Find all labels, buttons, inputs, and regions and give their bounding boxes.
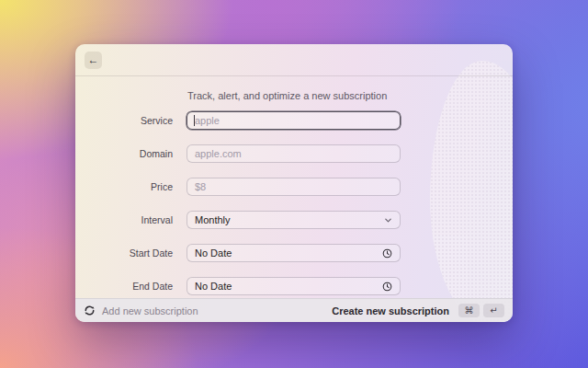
field-label: Service xyxy=(75,115,173,126)
command-title: Add new subscription xyxy=(102,305,198,316)
field-label: End Date xyxy=(75,281,173,292)
form-row-end-date: End Date No Date xyxy=(75,277,513,295)
field-label: Start Date xyxy=(75,247,173,259)
field-label: Price xyxy=(75,181,173,192)
field-label: Domain xyxy=(75,148,173,159)
start-date-picker[interactable]: No Date xyxy=(187,244,401,262)
command-key-badge: ⌘ xyxy=(458,304,480,317)
interval-dropdown[interactable]: Monthly xyxy=(187,211,401,229)
window-header: ← xyxy=(75,44,513,76)
form-row-service: Service xyxy=(75,111,513,130)
action-bar: Add new subscription Create new subscrip… xyxy=(75,298,513,322)
price-input-wrap xyxy=(187,178,401,196)
sync-circular-arrows-icon xyxy=(84,305,96,316)
form-description: Track, alert, and optimize a new subscri… xyxy=(187,90,513,102)
interval-select-wrap: Monthly xyxy=(187,211,401,229)
field-label: Interval xyxy=(75,214,173,225)
app-window: ← Track, alert, and optimize a new subsc… xyxy=(75,44,513,322)
end-date-wrap: No Date xyxy=(187,277,401,295)
form-content: Track, alert, and optimize a new subscri… xyxy=(75,76,513,295)
end-date-picker[interactable]: No Date xyxy=(187,277,401,295)
clock-icon xyxy=(382,282,392,292)
form-row-start-date: Start Date No Date xyxy=(75,244,513,262)
start-date-value: No Date xyxy=(195,247,232,259)
form-row-price: Price xyxy=(75,178,513,196)
chevron-down-icon xyxy=(384,216,392,224)
back-button[interactable]: ← xyxy=(85,52,102,69)
clock-icon xyxy=(382,248,392,259)
desktop-wallpaper: ← Track, alert, and optimize a new subsc… xyxy=(0,0,588,368)
back-arrow-icon: ← xyxy=(88,53,99,66)
domain-input-wrap xyxy=(187,144,401,163)
primary-action-button[interactable]: Create new subscription xyxy=(332,305,449,316)
action-bar-left: Add new subscription xyxy=(84,305,198,316)
enter-key-badge: ↵ xyxy=(483,304,504,317)
form-rows: Service Domain Price xyxy=(75,111,513,295)
price-input[interactable] xyxy=(187,178,401,196)
domain-input[interactable] xyxy=(187,144,401,163)
form-row-domain: Domain xyxy=(75,144,513,163)
service-input[interactable] xyxy=(187,111,401,130)
start-date-wrap: No Date xyxy=(187,244,401,262)
form-row-interval: Interval Monthly xyxy=(75,211,513,229)
service-input-wrap xyxy=(187,111,401,130)
interval-value: Monthly xyxy=(195,214,231,225)
end-date-value: No Date xyxy=(195,281,232,292)
action-bar-right: Create new subscription ⌘ ↵ xyxy=(332,304,504,317)
